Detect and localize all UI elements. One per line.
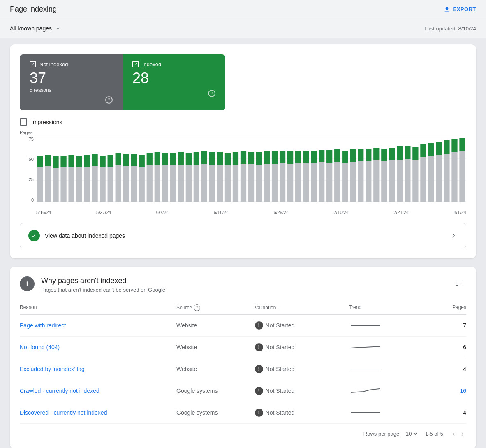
indexed-help-icon[interactable]: ? [208,90,215,97]
col-validation[interactable]: Validation ↓ [255,304,349,311]
svg-rect-111 [451,139,457,152]
validation-cell: ! Not Started [255,365,349,373]
info-icon: i [20,276,35,291]
svg-rect-66 [280,163,285,202]
export-button[interactable]: EXPORT [443,6,476,13]
previous-page-button[interactable]: ‹ [450,429,457,439]
svg-rect-38 [170,165,176,202]
svg-rect-7 [45,155,51,166]
table-row: Crawled - currently not indexed Google s… [20,380,466,402]
indexed-tab[interactable]: ✓ Indexed 28 ? [123,54,225,110]
svg-rect-57 [241,151,246,164]
svg-rect-93 [381,149,387,161]
svg-rect-53 [225,153,231,165]
filter-rows-icon[interactable] [453,276,466,292]
svg-rect-107 [436,142,442,155]
svg-rect-5 [37,156,43,167]
svg-rect-28 [131,166,137,202]
validation-cell: ! Not Started [255,387,349,395]
svg-rect-46 [201,164,207,202]
warning-icon: ! [255,321,263,330]
trend-line [349,364,427,374]
svg-rect-34 [155,165,160,202]
table-row: Not found (404) Website ! Not Started 6 [20,337,466,358]
not-indexed-checkbox: ✓ [30,61,36,67]
rows-per-page-select[interactable]: 10 25 50 [404,430,419,437]
svg-rect-74 [311,163,317,202]
svg-rect-4 [37,167,43,202]
svg-rect-97 [397,146,403,160]
svg-rect-54 [233,165,238,202]
svg-rect-102 [420,157,426,202]
svg-rect-43 [186,153,192,165]
svg-rect-18 [92,166,98,202]
index-summary-card: ✓ Not indexed 37 5 reasons ? ✓ Indexed 2… [10,44,476,258]
svg-rect-79 [326,150,332,163]
index-tabs: ✓ Not indexed 37 5 reasons ? ✓ Indexed 2… [20,54,225,110]
validation-cell: ! Not Started [255,409,349,417]
not-indexed-sub: 5 reasons [30,87,113,93]
table-footer: Rows per page: 10 25 50 1-5 of 5 ‹ › [20,424,466,439]
svg-rect-6 [45,166,51,202]
svg-rect-14 [76,167,82,202]
source-text: Google systems [176,388,255,394]
svg-rect-19 [92,154,98,166]
svg-rect-8 [53,168,58,202]
reason-text[interactable]: Not found (404) [20,344,176,351]
svg-rect-12 [68,167,74,202]
svg-rect-94 [389,160,395,202]
table-row: Discovered - currently not indexed Googl… [20,402,466,424]
validation-cell: ! Not Started [255,321,349,330]
not-started-text: Not Started [266,344,295,351]
not-indexed-tab[interactable]: ✓ Not indexed 37 5 reasons ? [20,54,123,110]
svg-rect-9 [53,156,58,168]
svg-rect-105 [428,143,434,156]
warning-icon: ! [255,343,263,351]
all-known-pages-dropdown[interactable]: All known pages [10,25,62,32]
svg-rect-55 [233,152,238,165]
section-header-left: i Why pages aren't indexed Pages that ar… [20,276,165,293]
svg-rect-50 [217,165,223,202]
rows-per-page-label: Rows per page: [363,431,401,437]
reason-text[interactable]: Discovered - currently not indexed [20,409,176,416]
reason-text[interactable]: Crawled - currently not indexed [20,388,176,394]
svg-rect-65 [272,151,278,164]
impressions-checkbox[interactable] [20,118,27,126]
reason-text[interactable]: Page with redirect [20,322,176,329]
svg-rect-82 [342,163,348,202]
warning-icon: ! [255,365,263,373]
svg-rect-51 [217,152,223,165]
trend-line [349,342,427,352]
svg-rect-20 [100,167,106,202]
svg-rect-44 [194,165,199,202]
svg-rect-100 [412,160,418,202]
reason-text[interactable]: Excluded by 'noindex' tag [20,366,176,372]
svg-rect-23 [108,155,113,167]
svg-rect-40 [178,165,184,202]
not-indexed-help-icon[interactable]: ? [105,96,113,104]
indexed-count: 28 [132,70,215,86]
svg-rect-109 [444,140,449,154]
pages-count-highlight: 16 [427,388,466,394]
not-started-text: Not Started [266,388,295,394]
svg-rect-17 [84,155,90,167]
svg-rect-21 [100,156,106,167]
svg-rect-32 [147,165,153,202]
chart-svg-container [36,137,466,202]
svg-rect-83 [342,151,348,163]
pagination-info: 1-5 of 5 [425,431,443,437]
download-icon [443,6,451,13]
sort-icon: ↓ [278,305,280,311]
chart-area: Pages 75 50 25 0 [20,132,466,215]
table-header: Reason Source ? Validation ↓ Trend Pages [20,301,466,315]
trend-line [349,386,427,396]
section-subtitle: Pages that aren't indexed can't be serve… [41,287,165,293]
view-indexed-pages-button[interactable]: ✓ View data about indexed pages [20,223,466,248]
impressions-label: Impressions [31,119,62,125]
section-header: i Why pages aren't indexed Pages that ar… [20,276,466,293]
next-page-button[interactable]: › [459,429,466,439]
indexed-header: ✓ Indexed [132,61,215,67]
svg-rect-81 [334,149,340,162]
source-help-icon[interactable]: ? [194,304,200,311]
svg-rect-29 [131,154,137,166]
